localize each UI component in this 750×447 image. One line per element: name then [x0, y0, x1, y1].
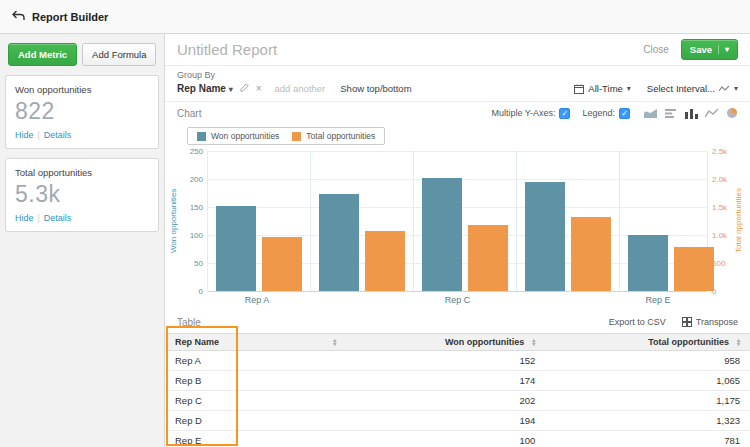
cell-rep-name: Rep E: [165, 431, 346, 447]
bar-h-chart-icon[interactable]: [665, 108, 678, 119]
table-row[interactable]: Rep E100781: [165, 431, 750, 447]
group-by-selector[interactable]: Rep Name ▾: [177, 83, 233, 94]
total-swatch: [292, 132, 301, 141]
multiple-y-axes-checkbox[interactable]: ✓: [559, 108, 570, 119]
axis-tick: 1.0k: [712, 231, 727, 240]
table-row[interactable]: Rep D1941,323: [165, 411, 750, 431]
report-title: Untitled Report: [177, 41, 643, 58]
chart-legend: Won opportunities Total opportunities: [187, 127, 385, 145]
column-header-rep-name[interactable]: Rep Name ▴▾: [165, 334, 346, 350]
time-range-selector[interactable]: All-Time▾: [574, 83, 631, 94]
cell-value: 194: [346, 411, 545, 430]
bar-won[interactable]: [422, 178, 462, 291]
edit-icon[interactable]: [240, 83, 249, 94]
cell-value: 781: [545, 431, 750, 447]
axis-tick: 1.5k: [712, 203, 727, 212]
bar-won[interactable]: [319, 194, 359, 291]
save-button[interactable]: Save ▾: [681, 39, 738, 60]
interval-selector[interactable]: Select Interval... ▾: [647, 83, 738, 94]
column-chart-icon[interactable]: [685, 108, 698, 119]
add-metric-button[interactable]: Add Metric: [8, 43, 77, 66]
close-button[interactable]: Close: [643, 44, 669, 55]
line-chart-icon[interactable]: [705, 108, 719, 119]
bar-group-rep-e: [620, 151, 722, 291]
metric-value: 5.3k: [15, 181, 149, 208]
x-axis-labels: Rep ARep CRep E: [207, 291, 708, 307]
pie-chart-icon[interactable]: [726, 107, 738, 119]
bar-total[interactable]: [468, 225, 508, 291]
left-axis-ticks: 250200150100500: [181, 151, 207, 291]
add-another-link[interactable]: add another: [275, 83, 326, 94]
bar-total[interactable]: [571, 217, 611, 291]
axis-tick: 200: [190, 175, 203, 184]
save-label: Save: [690, 44, 712, 55]
axis-tick: 0: [712, 287, 716, 296]
table-row[interactable]: Rep B1741,065: [165, 371, 750, 391]
bar-won[interactable]: [216, 206, 256, 291]
metric-title: Total opportunities: [15, 167, 149, 178]
details-link[interactable]: Details: [44, 130, 72, 140]
won-swatch: [197, 132, 206, 141]
details-link[interactable]: Details: [44, 213, 72, 223]
table-row[interactable]: Rep A152958: [165, 351, 750, 371]
report-header: Untitled Report Close Save ▾: [165, 34, 750, 65]
axis-tick: 2.5k: [712, 147, 727, 156]
right-axis-title: Total opportunities: [734, 151, 746, 291]
cell-value: 1,065: [545, 371, 750, 390]
table-row[interactable]: Rep C2021,175: [165, 391, 750, 411]
x-axis-label: Rep C: [407, 291, 507, 307]
right-axis-ticks: 2.5k2.0k1.5k1.0k5000: [708, 151, 734, 291]
cell-rep-name: Rep C: [165, 391, 346, 410]
back-icon[interactable]: [12, 10, 25, 23]
chart-section-title: Chart: [177, 108, 201, 119]
area-chart-icon[interactable]: [644, 108, 658, 119]
cell-value: 1,323: [545, 411, 750, 430]
transpose-grid-icon: [682, 317, 692, 327]
sort-icon: ▴▾: [532, 338, 535, 346]
bar-total[interactable]: [365, 231, 405, 291]
metric-card-total[interactable]: Total opportunities 5.3k Hide|Details: [5, 158, 159, 232]
cell-value: 152: [346, 351, 545, 370]
bar-total[interactable]: [262, 237, 302, 291]
column-header-won[interactable]: Won opportunities ▴▾: [346, 334, 545, 350]
table-section-header: Table Export to CSV Transpose: [165, 311, 750, 333]
bar-won[interactable]: [525, 182, 565, 291]
x-axis-label: [307, 291, 407, 307]
hide-link[interactable]: Hide: [15, 130, 34, 140]
bar-won[interactable]: [628, 235, 668, 291]
legend-label: Legend:: [582, 108, 615, 118]
metric-value: 822: [15, 98, 149, 125]
metrics-sidebar: Add Metric Add Formula Won opportunities…: [0, 34, 164, 447]
cell-value: 100: [346, 431, 545, 447]
app-title: Report Builder: [32, 11, 108, 23]
group-by-label: Group By: [177, 70, 738, 80]
show-top-bottom-link[interactable]: Show top/bottom: [340, 83, 411, 94]
top-bar: Report Builder: [0, 0, 750, 34]
remove-icon[interactable]: ×: [256, 84, 262, 94]
bar-groups: [208, 151, 707, 291]
metric-title: Won opportunities: [15, 84, 149, 95]
add-formula-button[interactable]: Add Formula: [82, 43, 156, 66]
bar-chart: Won opportunities 250200150100500 2.5k2.…: [165, 145, 750, 291]
axis-tick: 0: [199, 287, 203, 296]
export-csv-link[interactable]: Export to CSV: [609, 317, 666, 327]
chart-type-switcher: [644, 107, 738, 119]
table-body: Rep A152958Rep B1741,065Rep C2021,175Rep…: [165, 351, 750, 447]
bar-group-rep-c: [414, 151, 517, 291]
metric-card-won[interactable]: Won opportunities 822 Hide|Details: [5, 75, 159, 149]
column-header-total[interactable]: Total opportunities ▴▾: [545, 334, 750, 350]
transpose-button[interactable]: Transpose: [682, 317, 738, 327]
x-axis-label: Rep E: [608, 291, 708, 307]
caret-down-icon: ▾: [627, 84, 631, 93]
axis-tick: 150: [190, 203, 203, 212]
cell-value: 958: [545, 351, 750, 370]
cell-rep-name: Rep D: [165, 411, 346, 430]
hide-link[interactable]: Hide: [15, 213, 34, 223]
main-layout: Add Metric Add Formula Won opportunities…: [0, 34, 750, 447]
legend-checkbox[interactable]: ✓: [619, 108, 630, 119]
legend-item-total[interactable]: Total opportunities: [292, 131, 375, 141]
cell-rep-name: Rep B: [165, 371, 346, 390]
legend-item-won[interactable]: Won opportunities: [197, 131, 279, 141]
cell-value: 174: [346, 371, 545, 390]
table-section-title: Table: [177, 317, 201, 328]
